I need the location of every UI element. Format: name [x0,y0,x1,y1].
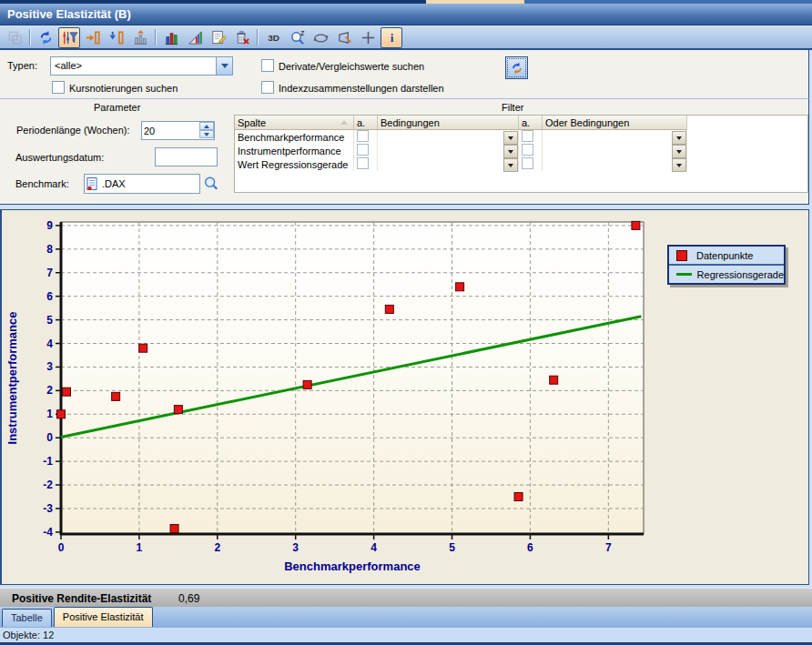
window-title: Positive Elastizität (B) [7,7,131,21]
data-point-6[interactable] [303,380,311,388]
kursnotierungen-checkbox[interactable] [52,81,65,94]
bedingungen-cell[interactable] [378,130,519,145]
data-point-0[interactable] [57,410,66,418]
insert-column-icon[interactable] [82,27,104,48]
refresh-icon[interactable] [35,27,56,48]
filter-and-checkbox[interactable] [522,157,533,169]
chevron-down-icon[interactable] [216,57,232,75]
filter-settings-icon[interactable] [58,27,80,48]
zoom-icon[interactable]: Z [286,27,308,48]
filter-and-checkbox[interactable] [522,130,533,142]
legend-line-swatch [676,273,692,276]
result-bar: Positive Rendite-Elastizität 0,69 [0,588,812,608]
filter-col-header-3[interactable]: a. [519,116,543,130]
oder-bedingungen-cell[interactable] [543,144,687,157]
chevron-down-icon[interactable] [672,158,686,172]
parameter-section-title: Parameter [94,102,140,113]
data-point-2[interactable] [112,392,120,400]
y-tick-label: 8 [46,243,53,256]
chevron-down-icon[interactable] [672,145,686,158]
x-tick-label: 0 [58,541,65,554]
filter-and-checkbox[interactable] [357,157,369,169]
filter-col-header-0[interactable]: Spalte [235,116,354,130]
filter-row-label[interactable]: Instrumentperformance [235,144,354,157]
data-point-1[interactable] [63,388,71,396]
y-tick-label: -4 [43,526,53,539]
chart-legend[interactable]: DatenpunkteRegressionsgerade [667,245,786,285]
spinner-up-button[interactable] [199,122,214,130]
data-point-7[interactable] [385,305,393,313]
oder-bedingungen-cell[interactable] [543,130,687,145]
insert-row-icon[interactable] [106,27,127,48]
3d-view-icon[interactable]: 3D [262,27,284,48]
bedingungen-cell[interactable] [378,144,519,157]
data-point-8[interactable] [456,283,464,291]
filter-row-label[interactable]: Benchmarkperformance [235,130,354,145]
status-text: Objekte: 12 [3,630,54,640]
filter-col-header-1[interactable]: a. [354,116,378,130]
typen-dropdown[interactable]: <alle> [50,56,233,76]
search-lookup-icon[interactable] [203,176,219,192]
y-tick-label: -2 [43,479,53,491]
search-panel: Typen: <alle> Derivate/Vergleichswerte s… [0,50,809,99]
data-point-10[interactable] [550,376,558,384]
crosshair-icon[interactable] [357,27,379,48]
svg-text:3D: 3D [268,33,279,43]
result-label: Positive Rendite-Elastizität [12,592,151,605]
edit-notes-icon[interactable] [208,27,229,48]
refresh-search-button[interactable] [505,56,528,79]
info-icon[interactable]: i [381,27,402,48]
chevron-down-icon[interactable] [672,131,686,145]
spinner-down-button[interactable] [199,130,214,138]
derivate-checkbox-row: Derivate/Vergleichswerte suchen [261,59,424,72]
sort-ascending-icon [340,120,348,125]
benchmark-input[interactable]: .DAX [84,174,200,194]
data-point-11[interactable] [632,221,640,229]
data-point-9[interactable] [514,493,523,501]
filter-col-header-4[interactable]: Oder Bedingungen [543,116,687,130]
derivate-checkbox-label: Derivate/Vergleichswerte suchen [279,61,424,72]
filter-row-label[interactable]: Wert Regressionsgerade [235,157,354,171]
filter-table: Spaltea.Bedingungena.Oder BedingungenBen… [235,116,687,171]
chevron-down-icon[interactable] [503,158,518,172]
x-tick-label: 2 [214,541,220,554]
perspective-icon[interactable] [333,27,355,48]
chevron-down-icon[interactable] [503,145,518,158]
statistics-icon[interactable] [129,27,151,48]
delete-icon[interactable] [231,27,253,48]
view-tab-bar: TabellePositive Elastizität [0,607,812,627]
data-point-5[interactable] [174,406,182,414]
bar-chart-icon[interactable] [160,27,182,48]
bedingungen-cell[interactable] [378,157,519,171]
filter-cell [519,130,543,145]
x-tick-label: 1 [137,541,143,554]
kursnotierungen-checkbox-row: Kursnotierungen suchen [52,81,178,94]
oder-bedingungen-cell[interactable] [543,157,687,171]
legend-item[interactable]: Regressionsgerade [669,266,784,283]
filter-row: Instrumentperformance [235,144,687,157]
derivate-checkbox[interactable] [261,59,274,72]
x-tick-label: 3 [292,541,299,554]
index-checkbox[interactable] [261,81,274,94]
rotate-icon[interactable] [310,27,331,48]
legend-item[interactable]: Datenpunkte [669,247,784,264]
auswertungsdatum-input[interactable] [155,147,218,166]
x-tick-label: 5 [449,541,455,554]
y-tick-label: 3 [46,360,53,373]
data-point-4[interactable] [170,525,178,533]
data-point-3[interactable] [139,344,147,352]
y-tick-label: 9 [46,219,53,232]
filter-and-checkbox[interactable] [522,144,533,156]
filter-cell [519,157,543,171]
filter-and-checkbox[interactable] [357,130,369,142]
filter-row: Benchmarkperformance [235,130,687,145]
chevron-down-icon[interactable] [503,131,518,145]
chart-type-icon[interactable] [184,27,206,48]
filter-and-checkbox[interactable] [357,144,369,156]
tab-tabelle[interactable]: Tabelle [2,609,52,627]
filter-col-header-2[interactable]: Bedingungen [378,116,519,130]
tab-positive-elastizit-t[interactable]: Positive Elastizität [54,607,153,627]
x-tick-label: 6 [527,541,533,554]
status-bar: Objekte: 12 [0,627,812,642]
chart-panel: 01234567-4-3-2-10123456789Benchmarkperfo… [0,209,809,585]
